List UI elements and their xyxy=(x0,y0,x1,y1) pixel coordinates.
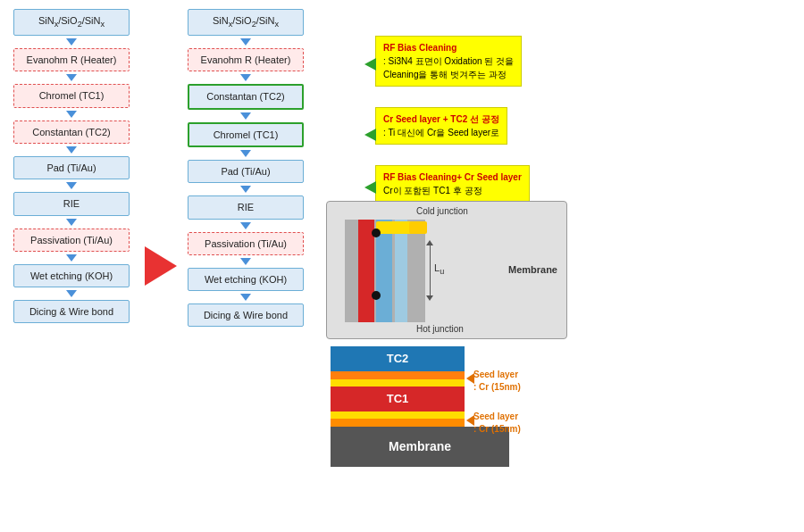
seed-yellow-bottom xyxy=(331,411,465,419)
arrow-4 xyxy=(66,182,77,189)
seed-yellow-top xyxy=(331,379,465,387)
left-box-6: Passivation (Ti/Au) xyxy=(13,229,130,252)
tc2-block: TC2 xyxy=(331,346,465,371)
lu-label: Lu xyxy=(434,262,444,276)
arrow-3 xyxy=(66,146,77,154)
right-box-8: Dicing & Wire bond xyxy=(188,303,304,327)
seed-arrow-top xyxy=(466,373,474,384)
arrow-0 xyxy=(66,38,77,46)
left-box-4: Pad (Ti/Au) xyxy=(13,156,130,179)
green-arrow-2 xyxy=(364,129,376,141)
arrow-1 xyxy=(66,74,77,81)
ann1-body: : Si3N4 표면이 Oxidation 된 것을Cleaning을 통해 벗… xyxy=(383,54,514,81)
seed-label-top-title: Seed layer xyxy=(473,369,521,381)
hot-junction-label: Hot junction xyxy=(416,324,464,334)
membrane-diagram-label: Membrane xyxy=(508,264,557,275)
red-arrow-shape xyxy=(145,246,177,286)
left-flow-column: SiNx/SiO2/SiNx Evanohm R (Heater) Chrome… xyxy=(9,9,134,523)
green-arrow-3 xyxy=(364,181,376,194)
junction-circle-top xyxy=(372,229,381,237)
seed-orange-bottom xyxy=(331,419,465,427)
lu-line xyxy=(430,242,431,295)
r-arrow-1 xyxy=(240,74,251,81)
main-container: SiNx/SiO2/SiNx Evanohm R (Heater) Chrome… xyxy=(0,0,804,532)
r-arrow-7 xyxy=(240,294,251,301)
left-box-8: Dicing & Wire bond xyxy=(13,300,130,323)
right-panel: RF Bias Cleaning : Si3N4 표면이 Oxidation 된… xyxy=(326,9,795,523)
r-arrow-3 xyxy=(240,150,251,157)
annotation-rf-bias: RF Bias Cleaning : Si3N4 표면이 Oxidation 된… xyxy=(375,36,522,87)
seed-orange-top xyxy=(331,371,465,379)
r-arrow-0 xyxy=(240,38,251,46)
left-box-5: RIE xyxy=(13,192,130,215)
green-arrow-1 xyxy=(364,58,376,71)
right-box-1: Evanohm R (Heater) xyxy=(188,48,304,71)
lu-arrow-bottom xyxy=(426,295,433,301)
right-box-0: SiNx/SiO2/SiNx xyxy=(188,9,304,36)
right-flow-column: SiNx/SiO2/SiNx Evanohm R (Heater) Consta… xyxy=(183,9,308,523)
annotation-cr-seed: Cr Seed layer + TC2 선 공정 : Ti 대신에 Cr을 Se… xyxy=(375,107,507,145)
annotation-rf-cr: RF Bias Cleaning+ Cr Seed layer Cr이 포함된 … xyxy=(375,165,530,203)
arrow-5 xyxy=(66,219,77,226)
r-arrow-6 xyxy=(240,258,251,265)
seed-label-top: Seed layer : Cr (15nm) xyxy=(473,369,521,394)
seed-label-bottom-sub: : Cr (15nm) xyxy=(473,423,521,436)
seed-label-bottom: Seed layer : Cr (15nm) xyxy=(473,411,521,436)
tc1-block: TC1 xyxy=(331,387,465,411)
left-box-7: Wet etching (KOH) xyxy=(13,264,130,287)
seed-stack-diagram: TC2 TC1 Membrane xyxy=(331,346,509,467)
junction-circle-bottom xyxy=(372,291,381,300)
ann2-body: : Ti 대신에 Cr을 Seed layer로 xyxy=(383,126,499,139)
lu-arrow-top xyxy=(426,240,433,245)
left-box-3: Constantan (TC2) xyxy=(13,121,130,144)
arrow-6 xyxy=(66,254,77,262)
right-box-5: RIE xyxy=(188,195,304,219)
cold-connector-ext xyxy=(409,221,427,234)
r-arrow-5 xyxy=(240,222,251,229)
left-box-2: Chromel (TC1) xyxy=(13,84,130,107)
right-box-6: Passivation (Ti/Au) xyxy=(188,232,304,255)
ann1-title: RF Bias Cleaning xyxy=(383,41,514,54)
arrow-7 xyxy=(66,290,77,297)
seed-arrow-bottom xyxy=(466,415,474,426)
junction-diagram: Cold junction Hot junction Membrane Lu xyxy=(326,201,567,339)
cold-connector xyxy=(376,221,412,234)
transition-arrow xyxy=(138,9,183,523)
arrow-2 xyxy=(66,111,77,118)
r-arrow-4 xyxy=(240,186,251,193)
left-box-1: Evanohm R (Heater) xyxy=(13,48,130,71)
ann2-title: Cr Seed layer + TC2 선 공정 xyxy=(383,112,499,126)
right-box-4: Pad (Ti/Au) xyxy=(188,160,304,183)
cold-junction-label: Cold junction xyxy=(416,206,468,216)
right-box-2: Constantan (TC2) xyxy=(188,84,304,109)
left-box-0: SiNx/SiO2/SiNx xyxy=(13,9,130,36)
r-arrow-2 xyxy=(240,112,251,120)
right-box-3: Chromel (TC1) xyxy=(188,122,304,147)
seed-label-top-sub: : Cr (15nm) xyxy=(473,381,521,394)
ann3-body: Cr이 포함된 TC1 후 공정 xyxy=(383,184,522,197)
tc2-stripe2 xyxy=(395,220,407,322)
seed-label-bottom-title: Seed layer xyxy=(473,411,521,423)
ann3-title: RF Bias Cleaning+ Cr Seed layer xyxy=(383,170,522,184)
right-box-7: Wet etching (KOH) xyxy=(188,268,304,291)
